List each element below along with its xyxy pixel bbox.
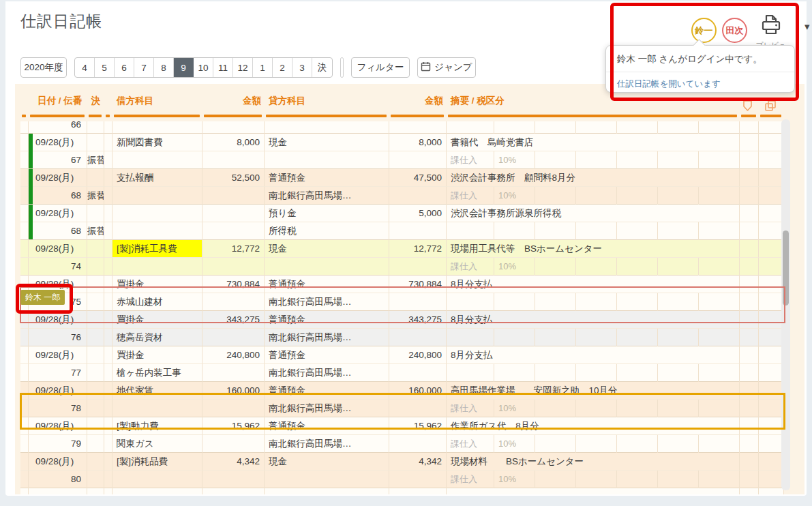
transfer-tag (87, 400, 104, 417)
cell-tag (740, 417, 759, 435)
cell-select (20, 151, 29, 169)
fiscal-year-button[interactable]: 2020年度 (20, 57, 67, 78)
cell-tag (740, 293, 759, 311)
tax-line: 課仕入10% (447, 435, 740, 453)
cell-select (20, 205, 29, 222)
journal-entry[interactable]: 09/28(月)[製]消耗工具費12,772現金12,772現場用工具代等 BS… (20, 240, 784, 276)
cell-empty (202, 222, 265, 240)
journal-entry[interactable]: 09/28(月)買掛金730,884普通預金730,8848月分支払75赤城山建… (20, 276, 784, 311)
tax-cell (699, 364, 740, 382)
credit-sub-account: 南北銀行高田馬場… (265, 187, 389, 205)
month-button-1[interactable]: 1 (253, 58, 273, 77)
tax-cell (617, 121, 658, 134)
tax-class: 課仕入 (447, 187, 494, 205)
credit-sub-account: 所得税 (265, 222, 389, 240)
entry-line1 (20, 488, 784, 494)
month-button-4[interactable]: 4 (75, 58, 95, 77)
journal-entry[interactable]: 09/28(月)買掛金240,800普通預金240,8008月分支払77槍ヶ岳内… (20, 346, 784, 382)
entry-number: 79 (29, 435, 87, 453)
cell-empty (389, 293, 447, 311)
month-button-3[interactable]: 3 (292, 58, 312, 77)
tax-cell (535, 258, 576, 276)
month-button-12[interactable]: 12 (233, 58, 253, 77)
cell-spacer (104, 311, 112, 329)
cell-settle (87, 169, 104, 187)
cell-memo (759, 293, 784, 311)
journal-entry[interactable]: 09/28(月)地代家賃160,000普通預金160,000高田馬場作業場 安岡… (20, 382, 784, 417)
cell-empty (389, 258, 447, 276)
month-button-9[interactable]: 9 (174, 58, 194, 77)
tax-cell (576, 187, 617, 205)
journal-entry[interactable]: 09/28(月)買掛金343,275普通預金343,2758月分支払76穂高岳資… (20, 311, 784, 346)
vertical-scrollbar[interactable] (781, 119, 790, 490)
month-button-2[interactable]: 2 (273, 58, 292, 77)
tax-cell (576, 258, 617, 276)
tax-cell (658, 258, 699, 276)
summary-text: 8月分支払 (447, 276, 740, 293)
tax-rate: 10% (494, 258, 535, 276)
debit-account: 買掛金 (112, 346, 202, 364)
tax-cell (699, 435, 740, 453)
jump-button[interactable]: ジャンプ (417, 57, 476, 78)
journal-entry[interactable]: 66 (20, 121, 784, 134)
month-button-10[interactable]: 10 (194, 58, 213, 77)
table-rows: 6609/28(月)新聞図書費8,000現金8,000書籍代 島崎党書店67振替… (20, 121, 784, 494)
entry-line2: 77槍ヶ岳内装工事南北銀行高田馬場… (20, 364, 784, 382)
debit-amount: 8,000 (202, 134, 265, 151)
col-date: 日付 / 伝番 (29, 84, 87, 120)
tax-cell (658, 222, 699, 240)
credit-account: 現金 (265, 134, 389, 151)
tax-cell (576, 435, 617, 453)
tax-cell (699, 471, 740, 488)
tax-cell (658, 187, 699, 205)
tax-cell (658, 364, 699, 382)
cell-select (20, 169, 29, 187)
tax-cell (658, 471, 699, 488)
cell-empty (202, 187, 265, 205)
cell-tag (740, 121, 759, 134)
cell-empty (202, 258, 265, 276)
col-credit-account: 貸方科目 (265, 84, 389, 120)
month-button-11[interactable]: 11 (213, 58, 233, 77)
credit-amount: 4,342 (389, 453, 447, 471)
summary-text: 現場材料 BSホームセンター (447, 453, 740, 471)
cell-select (20, 417, 29, 435)
scrollbar-thumb[interactable] (783, 230, 789, 306)
tax-cell (699, 293, 740, 311)
cell-memo (759, 435, 784, 453)
journal-entry[interactable]: 09/28(月)[製]消耗品費4,342現金4,342現場材料 BSホームセンタ… (20, 453, 784, 488)
credit-account: 預り金 (265, 205, 389, 222)
journal-entry[interactable]: 09/28(月)[製]動力費15,962普通預金15,962作業所ガス代 8月分… (20, 417, 784, 453)
tax-rate (494, 329, 535, 346)
tag-icon[interactable] (742, 100, 753, 115)
month-button-7[interactable]: 7 (134, 58, 154, 77)
tax-cell (658, 293, 699, 311)
month-button-6[interactable]: 6 (115, 58, 134, 77)
tax-class (447, 329, 494, 346)
month-button-決[interactable]: 決 (312, 58, 332, 77)
entry-line2: 76穂高岳資材南北銀行高田馬場… (20, 329, 784, 346)
cell-spacer (104, 417, 112, 435)
cell-select (20, 488, 29, 494)
summary-text: 書籍代 島崎党書店 (447, 134, 740, 151)
tax-cell (658, 121, 699, 134)
debit-amount: 52,500 (202, 169, 265, 187)
debit-amount: 730,884 (202, 276, 265, 293)
month-button-5[interactable]: 5 (95, 58, 115, 77)
journal-entry[interactable]: 09/28(月)支払報酬52,500普通預金47,500渋沢会計事務所 顧問料8… (20, 169, 784, 205)
month-button-8[interactable]: 8 (154, 58, 174, 77)
cell-memo (759, 151, 784, 169)
journal-entry[interactable]: 09/28(月)新聞図書費8,000現金8,000書籍代 島崎党書店67振替課仕… (20, 134, 784, 169)
tax-class (447, 121, 494, 134)
tax-line: 課仕入10% (447, 400, 740, 417)
tax-cell (576, 121, 617, 134)
cell-settle (87, 453, 104, 471)
journal-entry[interactable]: 09/28(月)預り金5,000渋沢会計事務所源泉所得税68振替所得税 (20, 205, 784, 240)
journal-entry[interactable] (20, 488, 784, 494)
copy-icon[interactable] (764, 100, 777, 115)
chevron-down-icon[interactable]: ▾ (805, 20, 810, 33)
tax-cell (535, 151, 576, 169)
tax-class (447, 222, 494, 240)
cell-memo (759, 121, 784, 134)
filter-button[interactable]: フィルター (351, 57, 410, 78)
